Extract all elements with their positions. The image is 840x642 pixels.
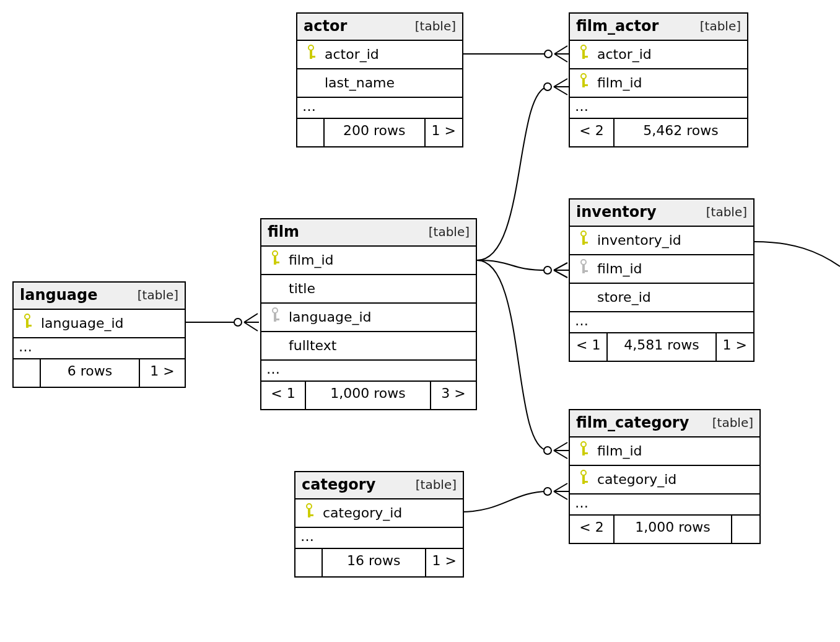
row-count: 4,581 rows (608, 333, 716, 361)
out-refs: 3 > (431, 382, 476, 409)
table-name: inventory (576, 203, 657, 221)
column-name: fulltext (285, 338, 336, 353)
column-row: actor_id (570, 41, 747, 69)
table-type-label: [table] (429, 224, 470, 239)
column-name: store_id (593, 289, 651, 305)
ellipsis-row: … (570, 312, 753, 333)
column-name: film_id (593, 443, 642, 459)
primary-key-icon (307, 45, 317, 61)
table-type-label: [table] (415, 19, 456, 33)
footer-blank (14, 359, 41, 387)
table-type-label: [table] (706, 204, 747, 219)
column-name: film_id (285, 252, 333, 268)
primary-key-icon (23, 314, 33, 330)
column-row: title (261, 275, 476, 304)
column-row: film_id (570, 438, 759, 466)
column-row: inventory_id (570, 227, 753, 255)
primary-key-icon (305, 503, 315, 519)
table-name: film_actor (576, 17, 658, 35)
svg-point-2 (234, 319, 242, 326)
table-inventory: inventory [table] inventory_id film_id s… (569, 198, 755, 362)
ellipsis-row: … (261, 361, 476, 382)
column-row: actor_id (297, 41, 462, 69)
table-name: category (302, 476, 375, 493)
column-row: film_id (261, 247, 476, 275)
column-row: language_id (14, 310, 185, 338)
in-refs: < 2 (570, 516, 615, 543)
table-name: language (20, 286, 97, 304)
ellipsis-row: … (295, 528, 463, 549)
ellipsis-row: … (570, 495, 759, 516)
column-row: category_id (570, 466, 759, 495)
column-name: inventory_id (593, 232, 681, 248)
table-actor: actor [table] actor_id last_name … 200 r… (296, 12, 463, 147)
ellipsis-row: … (570, 98, 747, 119)
table-name: film (268, 223, 299, 240)
table-type-label: [table] (138, 288, 178, 302)
svg-point-1 (544, 83, 551, 90)
column-name: last_name (321, 75, 395, 90)
row-count: 5,462 rows (615, 119, 747, 146)
in-refs: < 1 (570, 333, 608, 361)
table-film-category: film_category [table] film_id category_i… (569, 409, 761, 544)
column-row: last_name (297, 69, 462, 98)
column-name: category_id (593, 472, 676, 487)
in-refs: < 2 (570, 119, 615, 146)
table-name: film_category (576, 414, 689, 431)
column-name: title (285, 281, 315, 296)
svg-point-4 (544, 447, 551, 454)
column-name: language_id (37, 315, 124, 331)
primary-key-icon (579, 470, 589, 486)
primary-key-icon (579, 45, 589, 61)
table-type-label: [table] (416, 477, 457, 492)
primary-key-icon (579, 441, 589, 457)
column-row: category_id (295, 499, 463, 528)
footer-blank (295, 549, 323, 576)
table-type-label: [table] (712, 415, 753, 430)
column-row: film_id (570, 69, 747, 98)
column-row: store_id (570, 284, 753, 312)
out-refs: 1 > (140, 359, 185, 387)
column-row: film_id (570, 255, 753, 284)
foreign-key-icon (271, 307, 281, 323)
column-name: film_id (593, 261, 642, 276)
svg-point-5 (544, 488, 551, 495)
row-count: 1,000 rows (306, 382, 431, 409)
row-count: 16 rows (323, 549, 426, 576)
row-count: 6 rows (41, 359, 140, 387)
primary-key-icon (579, 73, 589, 89)
column-name: language_id (285, 309, 372, 325)
svg-point-3 (544, 266, 551, 274)
column-name: actor_id (593, 46, 652, 62)
primary-key-icon (271, 250, 281, 266)
in-refs: < 1 (261, 382, 306, 409)
footer-blank (297, 119, 325, 146)
out-refs: 1 > (717, 333, 753, 361)
table-type-label: [table] (700, 19, 741, 33)
table-language: language [table] language_id … 6 rows 1 … (12, 281, 186, 388)
ellipsis-row: … (14, 338, 185, 359)
table-category: category [table] category_id … 16 rows 1… (294, 471, 464, 578)
out-refs: 1 > (426, 549, 463, 576)
table-name: actor (304, 17, 347, 35)
column-name: film_id (593, 75, 642, 90)
column-row: fulltext (261, 332, 476, 361)
table-film-actor: film_actor [table] actor_id film_id … < … (569, 12, 748, 147)
row-count: 1,000 rows (615, 516, 732, 543)
ellipsis-row: … (297, 98, 462, 119)
column-row: language_id (261, 304, 476, 332)
out-refs: 1 > (426, 119, 462, 146)
column-name: category_id (319, 505, 402, 521)
row-count: 200 rows (325, 119, 426, 146)
table-film: film [table] film_id title language_id f… (260, 218, 477, 410)
primary-key-icon (579, 231, 589, 247)
foreign-key-icon (579, 259, 589, 275)
svg-point-0 (545, 50, 552, 58)
footer-blank (732, 516, 759, 543)
column-name: actor_id (321, 46, 379, 62)
